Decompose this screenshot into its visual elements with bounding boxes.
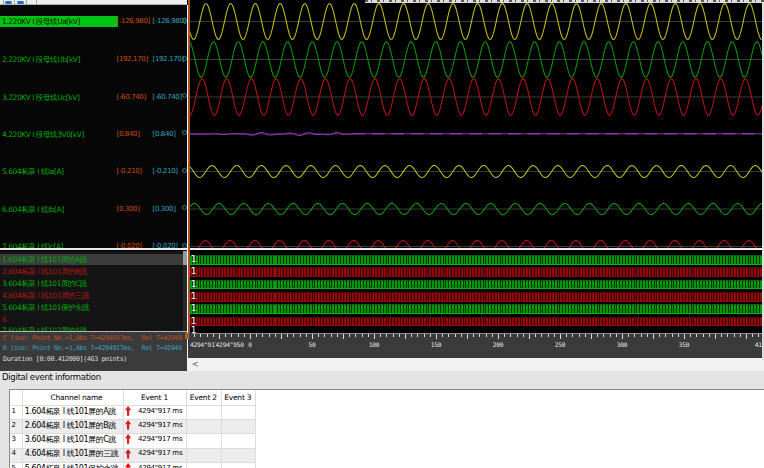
digital-channel-list[interactable]: 1.604柘泉 I 线101屏的A跳2.604柘泉 I 线101屏的B跳3.60… — [0, 251, 187, 332]
ruler-tick — [300, 334, 301, 337]
ruler-tick — [566, 334, 567, 337]
ruler-tick — [306, 334, 307, 337]
ruler-tick — [411, 334, 412, 337]
ruler-label: 150 — [431, 341, 442, 349]
digital-channel-row[interactable]: 2.604柘泉 I 线101屏的B跳 — [0, 265, 187, 277]
ruler-tick — [473, 334, 474, 337]
c-line-status: C line: Point No.=1,Abs T=4294917ms, Rel… — [3, 334, 187, 342]
r-line-status: R line: Point No.=1,Abs T=4294917ms, Rel… — [3, 344, 187, 352]
digital-event-table[interactable]: Channel nameEvent 1Event 2Event 311.604柘… — [0, 371, 764, 468]
ruler-tick — [579, 334, 580, 337]
digital-channel-row[interactable]: 1.604柘泉 I 线101屏的A跳 — [0, 254, 187, 266]
digital-channel-row[interactable]: 3.604柘泉 I 线101屏的C跳 — [0, 277, 187, 289]
horizontal-scrollbar[interactable]: < — [188, 358, 764, 371]
analog-channel-list[interactable]: 1.220KV I 段母线Ua[kV][-126.980][-126.980]2… — [0, 5, 187, 249]
r-cursor-value: [-60.740] — [153, 93, 182, 102]
ruler-tick — [343, 334, 344, 340]
ruler-tick — [572, 334, 573, 337]
ruler-tick — [207, 334, 208, 337]
analog-channel-row[interactable]: 2.220KV I 段母线Ub[kV][192.170][192.170] — [0, 54, 187, 66]
ruler-tick — [510, 334, 511, 337]
toolbar-separator — [36, 0, 37, 5]
channel-name: 2.220KV I 段母线Ub[kV] — [2, 55, 80, 64]
digital-state-value: 1 — [191, 255, 197, 265]
ruler-tick — [641, 334, 642, 337]
ruler-tick — [269, 334, 270, 337]
analog-channel-row[interactable]: 4.220KV I 段母线3V0[kV][0.840][0.840] — [0, 128, 187, 140]
ruler-tick — [479, 334, 480, 337]
table-cell: 4.604柘泉 I 线101屏的三跳 — [25, 449, 119, 458]
time-ruler[interactable]: 4294"9174294"950050100150200250300350412 — [188, 333, 764, 359]
ruler-tick — [225, 334, 226, 337]
scroll-left-arrow[interactable]: < — [192, 360, 199, 369]
analog-waveforms — [187, 0, 764, 248]
ruler-tick — [603, 334, 604, 337]
ruler-tick — [231, 334, 232, 337]
ruler-tick — [262, 334, 263, 337]
toolbar-separator — [26, 0, 27, 5]
ruler-tick — [442, 334, 443, 337]
table-cell: 3 — [12, 435, 16, 444]
ruler-tick — [461, 334, 462, 337]
ruler-tick — [715, 334, 716, 340]
c-cursor-line[interactable] — [188, 0, 190, 333]
ruler-tick — [597, 334, 598, 337]
r-cursor-marker[interactable] — [189, 333, 192, 338]
ruler-tick — [727, 334, 728, 337]
ruler-tick — [647, 334, 648, 337]
table-header[interactable]: Channel name — [50, 393, 102, 402]
table-cell: 5 — [12, 464, 16, 468]
analog-channel-row[interactable]: 1.220KV I 段母线Ua[kV][-126.980][-126.980] — [0, 16, 187, 28]
blue-toolbar-icon[interactable] — [17, 1, 24, 4]
table-header[interactable]: Event 3 — [224, 393, 251, 402]
digital-state-value: 1 — [191, 280, 197, 290]
table-grid-line — [10, 419, 256, 420]
analog-channel-row[interactable]: 7.604柘泉 I 线Ic[A][-0.020][-0.020] — [0, 241, 187, 249]
table-cell: 4294"917 ms — [138, 449, 182, 458]
ruler-tick — [696, 334, 697, 337]
table-header[interactable]: Event 2 — [190, 393, 217, 402]
ruler-tick — [709, 334, 710, 337]
ruler-tick — [591, 334, 592, 340]
channel-name: 6.604柘泉 I 线Ib[A] — [2, 205, 64, 214]
ruler-label: 250 — [555, 341, 566, 349]
analog-channel-row[interactable]: 6.604柘泉 I 线Ib[A][0.300][0.300] — [0, 203, 187, 215]
r-cursor-value: [0.840] — [153, 130, 176, 139]
ruler-tick — [622, 334, 623, 340]
digital-state-value: 1 — [191, 292, 197, 302]
ruler-tick — [287, 334, 288, 337]
ruler-tick — [362, 334, 363, 337]
ruler-tick — [219, 334, 220, 340]
c-cursor-value: [-60.740] — [117, 93, 146, 102]
ruler-tick — [393, 334, 394, 337]
table-grid-line — [186, 390, 187, 468]
digital-state-bar: 1 — [190, 304, 763, 314]
table-cell: 1 — [12, 407, 16, 416]
ruler-tick — [504, 334, 505, 337]
ruler-tick — [380, 334, 381, 337]
blue-toolbar-icon[interactable] — [5, 1, 12, 4]
ruler-label: 50 — [308, 341, 315, 349]
ruler-tick — [293, 334, 294, 337]
ruler-tick — [634, 334, 635, 337]
digital-channel-row[interactable]: 6. — [0, 313, 187, 325]
ruler-tick — [213, 334, 214, 337]
toolbar-separator — [14, 0, 15, 5]
table-cell: 4294"917 ms — [138, 435, 182, 444]
digital-channel-row[interactable]: 5.604柘泉 I 线101保护永跳 — [0, 301, 187, 313]
ruler-tick — [374, 334, 375, 340]
ruler-tick — [312, 334, 313, 340]
c-cursor-value: [-126.980] — [117, 17, 150, 26]
table-grid-line — [255, 390, 256, 468]
duration-status: Duration [0:00.412000](463 points) — [3, 355, 187, 363]
digital-event-section: Digital event information Channel nameEv… — [0, 371, 764, 468]
analog-digital-separator[interactable] — [0, 248, 764, 250]
table-header[interactable]: Event 1 — [141, 393, 168, 402]
analog-channel-row[interactable]: 5.604柘泉 I 线Ia[A][-0.210][-0.210] — [0, 166, 187, 178]
ruler-tick — [560, 334, 561, 340]
toolbar-fragment-left[interactable] — [0, 0, 187, 5]
c-cursor-value: [0.840] — [117, 130, 140, 139]
analog-channel-row[interactable]: 3.220KV I 段母线Uc[kV][-60.740][-60.740] — [0, 91, 187, 103]
ruler-label: 200 — [493, 341, 504, 349]
digital-channel-row[interactable]: 4.604柘泉 I 线101屏的三跳 — [0, 289, 187, 301]
